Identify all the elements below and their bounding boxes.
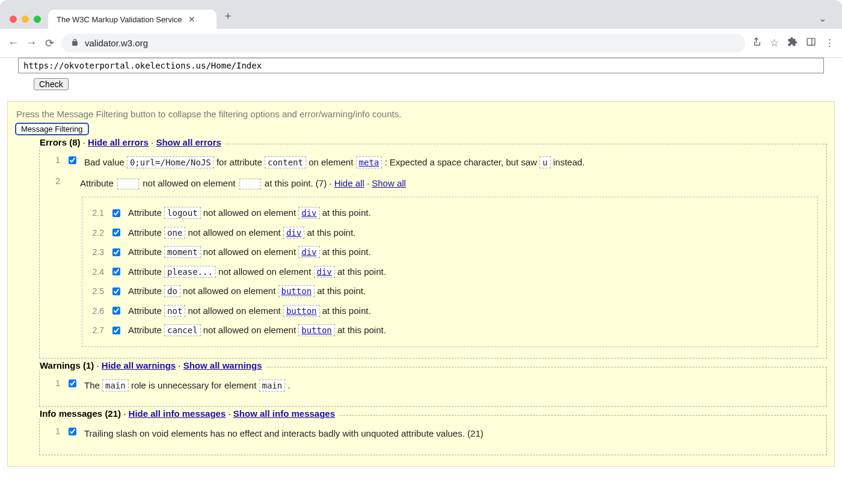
show-all-info-link[interactable]: Show all info messages <box>233 408 335 419</box>
close-tab-icon[interactable]: ✕ <box>188 14 195 24</box>
errors-section: Errors (8) · Hide all errors · Show all … <box>39 144 827 358</box>
minimize-window-icon[interactable] <box>22 16 29 23</box>
row-index: 1 <box>48 425 60 436</box>
row-index: 1 <box>48 377 60 388</box>
toolbar-right: ☆ ⋮ <box>751 37 835 50</box>
reload-button[interactable]: ⟳ <box>43 37 55 49</box>
sub-error-checkbox[interactable] <box>112 327 120 334</box>
filter-hint: Press the Message Filtering button to co… <box>16 109 827 119</box>
bookmark-icon[interactable]: ☆ <box>770 37 779 49</box>
code-element-link[interactable]: div <box>298 207 319 219</box>
info-message: Trailing slash on void elements has no e… <box>84 425 818 443</box>
sub-index: 2.5 <box>88 286 104 296</box>
sub-index: 2.6 <box>88 306 104 316</box>
sub-error-checkbox[interactable] <box>112 287 120 295</box>
code-element-link[interactable]: meta <box>356 156 383 168</box>
code-attr: logout <box>164 207 201 219</box>
code-role: main <box>102 380 129 392</box>
hide-all-warnings-link[interactable]: Hide all warnings <box>102 360 176 370</box>
show-all-warnings-link[interactable]: Show all warnings <box>183 360 262 370</box>
code-element-link[interactable]: div <box>298 246 319 258</box>
code-attr: please... <box>164 266 216 278</box>
hide-all-errors-link[interactable]: Hide all errors <box>88 137 149 147</box>
sub-error-message: Attribute moment not allowed on element … <box>128 244 811 261</box>
browser-window: The W3C Markup Validation Service ✕ + ⌄ … <box>0 0 842 58</box>
error-row: 2 Attribute not allowed on element at th… <box>48 175 818 192</box>
sidepanel-icon[interactable] <box>806 37 816 50</box>
svg-rect-0 <box>807 38 815 45</box>
info-row: 1 Trailing slash on void elements has no… <box>48 425 818 443</box>
errors-count: Errors (8) <box>40 137 81 147</box>
browser-toolbar: ← → ⟳ validator.w3.org ☆ ⋮ <box>0 29 842 58</box>
maximize-window-icon[interactable] <box>34 16 41 23</box>
check-button[interactable]: Check <box>34 78 69 90</box>
sub-error-checkbox[interactable] <box>112 307 120 315</box>
hide-all-sub-link[interactable]: Hide all <box>334 178 364 188</box>
sub-error-checkbox[interactable] <box>112 248 120 256</box>
sub-error-message: Attribute cancel not allowed on element … <box>128 322 811 339</box>
sub-error-row: 2.1 Attribute logout not allowed on elem… <box>88 204 811 222</box>
sub-index: 2.7 <box>88 325 104 335</box>
info-checkbox[interactable] <box>69 428 76 435</box>
row-index: 2 <box>48 175 60 186</box>
code-element-link[interactable]: button <box>283 305 320 317</box>
warnings-section: Warnings (1) · Hide all warnings · Show … <box>39 367 827 407</box>
code-element-link[interactable]: button <box>298 324 335 336</box>
blank-element <box>239 179 261 189</box>
code-attr: do <box>164 285 180 297</box>
back-button[interactable]: ← <box>7 37 19 49</box>
warnings-legend: Warnings (1) · Hide all warnings · Show … <box>36 360 266 370</box>
show-all-errors-link[interactable]: Show all errors <box>156 137 221 147</box>
code-attr: one <box>164 227 185 239</box>
sub-error-row: 2.5 Attribute do not allowed on element … <box>88 283 811 300</box>
forward-button[interactable]: → <box>25 37 37 49</box>
url-input-value: https://okvoterportal.okelections.us/Hom… <box>23 61 262 70</box>
url-text: validator.w3.org <box>85 38 148 48</box>
error-message: Attribute not allowed on element at this… <box>80 175 818 192</box>
blank-attr <box>117 179 139 189</box>
warnings-count: Warnings (1) <box>40 360 94 370</box>
code-element-link[interactable]: div <box>314 266 335 278</box>
tabs-menu-icon[interactable]: ⌄ <box>808 8 837 29</box>
sub-error-message: Attribute not not allowed on element but… <box>128 303 811 320</box>
sub-error-checkbox[interactable] <box>112 268 120 275</box>
code-attr: content <box>265 156 306 168</box>
sub-error-checkbox[interactable] <box>112 229 120 236</box>
sub-error-row: 2.4 Attribute please... not allowed on e… <box>88 263 811 281</box>
sub-index: 2.3 <box>88 247 104 257</box>
code-element-link[interactable]: button <box>278 285 315 297</box>
menu-icon[interactable]: ⋮ <box>825 37 835 49</box>
info-legend: Info messages (21) · Hide all info messa… <box>36 408 339 419</box>
close-window-icon[interactable] <box>10 16 17 23</box>
sub-index: 2.4 <box>88 267 104 277</box>
message-filtering-button[interactable]: Message Filtering <box>15 123 89 135</box>
tab-title: The W3C Markup Validation Service <box>57 15 182 24</box>
warning-checkbox[interactable] <box>69 380 76 387</box>
code-attr: cancel <box>164 324 201 336</box>
sub-error-message: Attribute do not allowed on element butt… <box>128 283 811 300</box>
extensions-icon[interactable] <box>787 37 797 50</box>
sub-error-message: Attribute logout not allowed on element … <box>128 204 811 222</box>
errors-legend: Errors (8) · Hide all errors · Show all … <box>36 137 225 147</box>
lock-icon <box>71 38 79 48</box>
code-value: 0;url=/Home/NoJS <box>127 156 214 168</box>
hide-all-info-link[interactable]: Hide all info messages <box>129 408 226 419</box>
show-all-sub-link[interactable]: Show all <box>372 178 406 188</box>
code-element-link[interactable]: div <box>283 227 304 239</box>
new-tab-button[interactable]: + <box>217 4 240 29</box>
sub-error-checkbox[interactable] <box>112 209 120 217</box>
code-attr: not <box>164 305 185 317</box>
window-controls <box>5 16 48 29</box>
error-checkbox[interactable] <box>69 156 76 164</box>
sub-error-row: 2.3 Attribute moment not allowed on elem… <box>88 244 811 261</box>
error-row: 1 Bad value 0;url=/Home/NoJS for attribu… <box>48 154 818 171</box>
browser-tab[interactable]: The W3C Markup Validation Service ✕ <box>48 10 217 29</box>
sub-error-row: 2.7 Attribute cancel not allowed on elem… <box>88 322 811 339</box>
url-input[interactable]: https://okvoterportal.okelections.us/Hom… <box>18 58 824 73</box>
share-icon[interactable] <box>751 37 761 50</box>
address-bar[interactable]: validator.w3.org <box>61 34 745 52</box>
sub-index: 2.1 <box>88 208 104 218</box>
tab-bar: The W3C Markup Validation Service ✕ + ⌄ <box>0 2 842 29</box>
error-sub-section: 2.1 Attribute logout not allowed on elem… <box>82 197 818 347</box>
error-message: Bad value 0;url=/Home/NoJS for attribute… <box>84 154 818 171</box>
